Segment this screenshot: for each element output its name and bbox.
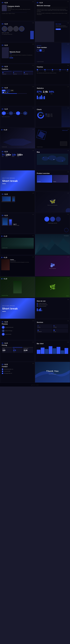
slide-1: B ILD 01 Company details Welcome Lorem i… <box>0 0 35 21</box>
slide-num-2: 02 <box>67 1 69 2</box>
chart-bar-3 <box>45 349 48 354</box>
svg-text:60%: 60% <box>40 115 42 116</box>
tl-dot-4 <box>59 69 61 70</box>
short-break-title-2: Short break <box>2 307 33 310</box>
short-break-title: Short break <box>2 180 33 182</box>
slide-27: B ILD 27 FASHION <box>0 277 35 298</box>
stat-block-4: 100+ Clients <box>17 154 23 157</box>
geometric-shape <box>3 139 32 146</box>
accent-bar <box>30 31 34 39</box>
slide-row-13: B ILD 25 Fashion Style photography Profe… <box>0 255 70 276</box>
social-dot-2 <box>11 58 12 58</box>
slide-subtitle-1: Welcome <box>8 7 33 8</box>
slide-9: B ILD 09 Button Outline Dark <box>0 85 35 106</box>
slide-num-5: 05 <box>32 44 34 45</box>
stat-block-2: 145+ Projects <box>6 154 11 157</box>
slide-15: B ILD 15 7+ Years 145+ Projects 14+ Awar… <box>0 149 35 170</box>
slide-17-short-break: SECTION BREAK Short break <box>0 170 35 191</box>
slide-2: B ILD 02 Welcome message Lorem ipsum dol… <box>35 0 70 21</box>
berries-bg: 🫐 Food photography <box>35 256 70 276</box>
slide-row-17: B ILD 33 Pricing Basic $29 /month Pro $7… <box>0 340 70 361</box>
slide-8: 08 Timeline 2019 2020 2021 2022 2023 <box>35 64 70 85</box>
slide-row-8: B ILD 15 7+ Years 145+ Projects 14+ Awar… <box>0 149 70 170</box>
slide-row-3: B ILD 05 Natasha Duval CEO Creative dire… <box>0 42 70 64</box>
slide-14: 14 DESIGN Creative design <box>35 128 70 148</box>
logo-1: B ILD <box>2 2 33 4</box>
progress-bar <box>2 93 27 94</box>
bar-4 <box>41 95 42 99</box>
stat-3: 94% Happy <box>49 90 54 94</box>
slide-13: B ILD 13 Portfolio work <box>0 128 35 148</box>
slide-num-33: 33 <box>32 342 34 343</box>
step-1: 1 <box>2 326 5 329</box>
social-dot-3 <box>12 58 13 58</box>
plant-emoji: 🌿 <box>49 284 56 290</box>
logo-dot-2 <box>39 2 39 3</box>
watermark-text: gfxtra.com <box>31 384 39 386</box>
watermark-bar: gfxtra.com <box>0 383 70 386</box>
slide-33: B ILD 33 Pricing Basic $29 /month Pro $7… <box>0 340 35 361</box>
shape-3 <box>42 50 44 52</box>
ipad-mockup <box>2 218 8 226</box>
slide-23: B ILD 23 LANDSCAPE <box>0 234 35 255</box>
product-card-1: App Store <box>37 175 52 183</box>
slide-num-13: 13 <box>32 129 34 130</box>
text-area: Our team Photographer and designer creat… <box>54 22 70 42</box>
product-card-2: Features <box>53 175 68 183</box>
gradient-accent <box>61 43 70 63</box>
circle-3 <box>56 217 61 222</box>
contact-icon-2: ✆ <box>2 370 3 372</box>
radio-off <box>8 92 9 93</box>
slide-num-30: 30 <box>67 299 69 300</box>
step-3: 3 <box>2 333 5 336</box>
slide-18: 18 Product overview App Store Features <box>35 170 70 191</box>
tl-dot-1 <box>37 69 38 70</box>
slide-num-9: 09 <box>32 86 34 87</box>
slide-num-23: 23 <box>32 235 34 236</box>
img-thumb <box>60 142 67 146</box>
hex-4: 4 <box>23 111 27 115</box>
ui-btn-2: Outline <box>6 90 10 92</box>
slide-title-1: Company details <box>8 6 33 7</box>
step-2: 2 <box>2 329 5 332</box>
fashion-photo <box>13 281 22 293</box>
slide-6: 06 DESIGN Team member Creative specialis… <box>35 42 70 64</box>
logo-2: B ILD <box>37 2 68 4</box>
shape-2 <box>40 50 42 52</box>
price-2: Pro $79 /month <box>12 347 23 353</box>
slide-num-1: 01 <box>32 1 34 2</box>
slide-num-11: 11 <box>32 108 34 109</box>
slide-num-31: 31 <box>32 320 34 322</box>
portrait-photo <box>2 47 9 58</box>
ui-btn-1: Button <box>2 90 6 92</box>
slide-num-34: 34 <box>67 342 69 343</box>
bar-chart-container <box>37 346 68 354</box>
price-1: Basic $29 /month <box>2 347 12 353</box>
slide-3: B ILD 03 Meet our team Our dedicated pro… <box>0 21 35 42</box>
slide-21: B ILD 21 App UI Responsive design <box>0 213 35 234</box>
slide-num-25: 25 <box>32 256 34 258</box>
stat-block-1: 7+ Years <box>2 154 5 157</box>
svg-point-5 <box>48 155 56 160</box>
slide-24: 24 Photography <box>35 234 70 255</box>
slide-16: 16 Map <box>35 149 70 170</box>
slide-num-35: 35 <box>32 363 34 364</box>
map-container <box>37 154 68 168</box>
stat-2: 2.4k Users <box>43 90 48 94</box>
slide-num-19: 19 <box>32 192 34 194</box>
slide-text-1: Lorem ipsum dolor sit amet consectetur a… <box>8 9 33 11</box>
radio-on <box>7 92 8 93</box>
slide-num-26: 26 <box>67 256 69 258</box>
chart-bar-6 <box>57 347 60 354</box>
slide-28: 28 🌿 Nature <box>35 277 70 298</box>
ui-btn-3: Dark <box>11 90 14 92</box>
phone-mockup-2 <box>9 219 12 226</box>
avatar-1 <box>2 26 7 32</box>
slide-32: 32 Services ⬡ Branding ◈ UI Design ◉ Dev… <box>35 319 70 340</box>
circles-row <box>37 217 68 222</box>
price-3: Enterprise $149 /month <box>23 347 33 353</box>
bar-5 <box>42 97 44 99</box>
person-photo <box>2 5 7 11</box>
feature-3: ◉ Feature three <box>23 71 33 75</box>
tl-dot-2 <box>44 69 46 70</box>
